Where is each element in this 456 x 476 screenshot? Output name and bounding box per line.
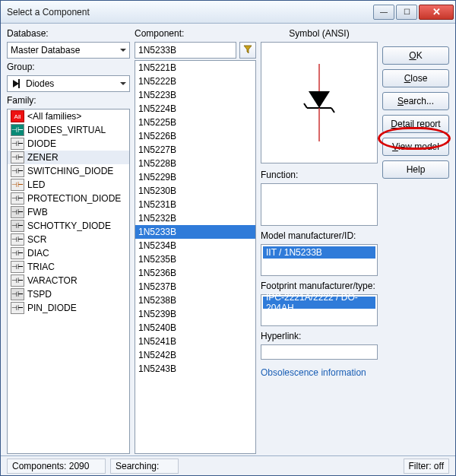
- symbol-preview: [261, 42, 378, 163]
- family-item[interactable]: ⊣⊢LED: [8, 178, 129, 192]
- group-value: Diodes: [26, 78, 54, 89]
- function-label: Function:: [261, 170, 378, 182]
- family-item[interactable]: ⊣⊢VARACTOR: [8, 274, 129, 287]
- detail-report-button[interactable]: Detail report: [382, 115, 449, 133]
- titlebar[interactable]: Select a Component — ☐ ✕: [1, 1, 455, 24]
- component-item[interactable]: 1N5243B: [135, 362, 255, 376]
- family-item[interactable]: ⊣⊢PROTECTION_DIODE: [8, 192, 129, 205]
- component-item[interactable]: 1N5238B: [135, 294, 255, 307]
- family-item[interactable]: All<All families>: [8, 109, 129, 123]
- family-item[interactable]: ⊣⊢PIN_DIODE: [8, 301, 129, 315]
- family-item-label: DIODE: [27, 138, 56, 149]
- database-label: Database:: [7, 28, 130, 40]
- database-value: Master Database: [11, 45, 80, 56]
- diode-icon: [11, 78, 23, 90]
- hyperlink-box[interactable]: [261, 344, 378, 360]
- family-item[interactable]: ⊣⊢SCR: [8, 233, 129, 246]
- svg-marker-4: [309, 91, 330, 108]
- svg-marker-0: [13, 80, 19, 87]
- family-item-label: SWITCHING_DIODE: [27, 166, 113, 176]
- family-icon: ⊣⊢: [11, 261, 24, 273]
- component-filter-button[interactable]: [239, 42, 256, 59]
- svg-line-6: [304, 103, 307, 108]
- dialog-select-component: Select a Component — ☐ ✕ Database: Maste…: [0, 0, 456, 476]
- svg-marker-2: [244, 46, 252, 53]
- component-item[interactable]: 1N5226B: [135, 129, 255, 143]
- family-icon: ⊣⊢: [11, 233, 24, 246]
- component-item[interactable]: 1N5235B: [135, 252, 255, 266]
- component-item[interactable]: 1N5221B: [135, 61, 255, 75]
- family-item-label: PIN_DIODE: [27, 303, 77, 313]
- component-item[interactable]: 1N5230B: [135, 184, 255, 198]
- family-item[interactable]: ⊣⊢TSPD: [8, 287, 129, 301]
- window-buttons: — ☐ ✕: [373, 5, 454, 20]
- component-item[interactable]: 1N5227B: [135, 143, 255, 157]
- family-item[interactable]: ⊣⊢DIODE: [8, 137, 129, 151]
- family-item[interactable]: ⊣⊢SWITCHING_DIODE: [8, 164, 129, 178]
- help-button[interactable]: Help: [382, 160, 449, 179]
- component-item[interactable]: 1N5241B: [135, 335, 255, 348]
- col-info: Symbol (ANSI) Function: Model manufactur…: [261, 28, 378, 454]
- component-item[interactable]: 1N5237B: [135, 280, 255, 294]
- family-item-label: ZENER: [27, 152, 59, 163]
- col-buttons: OK Close Search... Detail report View mo…: [382, 28, 449, 454]
- component-item[interactable]: 1N5223B: [135, 88, 255, 102]
- footprint-row[interactable]: IPC-2221A/2222 / DO-204AH: [263, 297, 375, 309]
- component-item[interactable]: 1N5240B: [135, 321, 255, 335]
- component-item[interactable]: 1N5228B: [135, 157, 255, 170]
- component-item[interactable]: 1N5224B: [135, 102, 255, 116]
- obsolescence-link[interactable]: Obsolescence information: [261, 367, 378, 378]
- component-item[interactable]: 1N5239B: [135, 307, 255, 321]
- family-icon: ⊣⊢: [11, 179, 24, 191]
- family-icon: ⊣⊢: [11, 274, 24, 287]
- family-icon: ⊣⊢: [11, 220, 24, 232]
- family-item-label: DIAC: [27, 248, 49, 259]
- search-button[interactable]: Search...: [382, 92, 449, 110]
- family-item-label: FWB: [27, 207, 48, 217]
- status-bar: Components: 2090 Searching: Filter: off: [1, 455, 455, 475]
- family-label: Family:: [7, 95, 130, 107]
- component-input-value: 1N5233B: [138, 45, 176, 56]
- group-select[interactable]: Diodes: [7, 75, 130, 92]
- family-item[interactable]: ⊣⊢DIODES_VIRTUAL: [8, 123, 129, 137]
- footprint-box[interactable]: IPC-2221A/2222 / DO-204AH: [261, 294, 378, 326]
- close-window-button[interactable]: ✕: [419, 5, 454, 20]
- family-item[interactable]: ⊣⊢TRIAC: [8, 260, 129, 274]
- family-item-label: TSPD: [27, 289, 52, 300]
- close-button[interactable]: Close: [382, 69, 449, 87]
- component-list[interactable]: 1N5221B1N5222B1N5223B1N5224B1N5225B1N522…: [135, 60, 256, 454]
- family-list[interactable]: All<All families>⊣⊢DIODES_VIRTUAL⊣⊢DIODE…: [7, 109, 130, 454]
- family-icon: ⊣⊢: [11, 192, 24, 205]
- component-item[interactable]: 1N5242B: [135, 348, 255, 362]
- component-item[interactable]: 1N5232B: [135, 211, 255, 225]
- svg-line-7: [331, 108, 334, 113]
- component-label: Component:: [135, 28, 256, 40]
- family-item[interactable]: ⊣⊢SCHOTTKY_DIODE: [8, 219, 129, 233]
- component-item[interactable]: 1N5222B: [135, 75, 255, 88]
- family-item-label: SCHOTTKY_DIODE: [27, 221, 111, 231]
- ok-button[interactable]: OK: [382, 46, 449, 65]
- component-item[interactable]: 1N5234B: [135, 239, 255, 252]
- col-component: Component: 1N5233B 1N5221B1N5222B1N5223B…: [135, 28, 256, 454]
- database-select[interactable]: Master Database: [7, 42, 130, 59]
- component-input[interactable]: 1N5233B: [135, 42, 236, 59]
- component-item[interactable]: 1N5231B: [135, 198, 255, 211]
- model-row[interactable]: IIT / 1N5233B: [263, 246, 375, 259]
- component-item[interactable]: 1N5225B: [135, 116, 255, 129]
- symbol-label: Symbol (ANSI): [261, 28, 378, 40]
- minimize-button[interactable]: —: [373, 5, 394, 20]
- family-item[interactable]: ⊣⊢DIAC: [8, 246, 129, 260]
- family-item[interactable]: ⊣⊢ZENER: [8, 151, 129, 164]
- view-model-button[interactable]: View model: [382, 138, 449, 156]
- component-item[interactable]: 1N5233B: [135, 225, 255, 239]
- maximize-button[interactable]: ☐: [396, 5, 417, 20]
- component-item[interactable]: 1N5236B: [135, 266, 255, 280]
- model-box[interactable]: IIT / 1N5233B: [261, 244, 378, 276]
- family-icon: ⊣⊢: [11, 138, 24, 150]
- family-item-label: <All families>: [27, 111, 81, 122]
- component-item[interactable]: 1N5229B: [135, 170, 255, 184]
- family-item-label: PROTECTION_DIODE: [27, 193, 121, 204]
- family-item[interactable]: ⊣⊢FWB: [8, 205, 129, 219]
- footprint-label: Footprint manufacturer/type:: [261, 281, 378, 293]
- family-icon: ⊣⊢: [11, 165, 24, 177]
